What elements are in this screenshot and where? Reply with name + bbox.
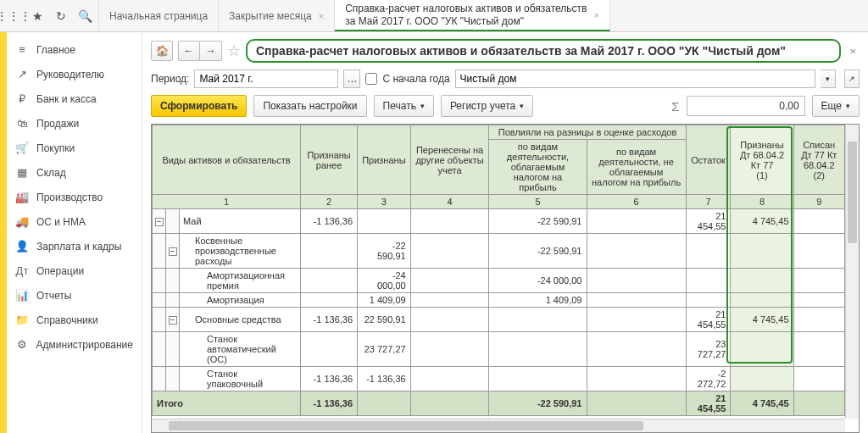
- sidebar-item-label: Продажи: [36, 118, 79, 130]
- tabbar-icon-group: ⋮⋮⋮ ★ ↻ 🔍: [0, 0, 99, 31]
- cell: [587, 209, 686, 234]
- from-start-checkbox[interactable]: [365, 73, 377, 85]
- tree-expander[interactable]: [153, 367, 166, 391]
- tree-expander[interactable]: [153, 269, 166, 293]
- tree-expander[interactable]: [153, 293, 166, 308]
- table-row[interactable]: Станок автоматический (ОС)23 727,2723 72…: [153, 332, 845, 367]
- cell: [410, 391, 489, 416]
- truck-icon: 🚚: [15, 215, 29, 228]
- sidebar-item-admin[interactable]: ⚙Администрирование: [7, 332, 142, 357]
- cell: [731, 332, 793, 367]
- sidebar-item-purchases[interactable]: 🛒Покупки: [7, 136, 142, 160]
- tree-expander[interactable]: [153, 234, 166, 269]
- cell: [358, 391, 411, 416]
- form-button[interactable]: Сформировать: [151, 95, 247, 117]
- cell: [731, 367, 793, 391]
- sidebar-item-salary[interactable]: 👤Зарплата и кадры: [7, 234, 142, 258]
- period-label: Период:: [151, 73, 189, 85]
- table-row[interactable]: −Косвенные производственные расходы-22 5…: [153, 234, 845, 269]
- organization-input[interactable]: [455, 69, 815, 88]
- vertical-scrollbar[interactable]: [845, 125, 859, 419]
- sigma-icon: Σ: [671, 99, 679, 114]
- tab-closing[interactable]: Закрытие месяца×: [219, 0, 335, 31]
- star-icon[interactable]: ★: [31, 9, 44, 23]
- registry-button[interactable]: Регистр учета▾: [441, 95, 533, 117]
- back-button[interactable]: ←: [178, 41, 200, 61]
- row-label: Основные средства: [180, 308, 301, 332]
- chevron-down-icon: ▾: [420, 102, 425, 110]
- tab-report[interactable]: Справка-расчет налоговых активов и обяза…: [335, 0, 610, 31]
- cell: [410, 332, 489, 367]
- horizontal-scrollbar[interactable]: [152, 419, 845, 432]
- cell: 23 727,27: [358, 332, 411, 367]
- cell: -22 590,91: [489, 209, 587, 234]
- cell: -1 136,36: [301, 391, 358, 416]
- table-totals-row: Итого-1 136,36-22 590,9121 454,554 745,4…: [153, 391, 845, 416]
- sidebar-item-manager[interactable]: ↗Руководителю: [7, 62, 142, 86]
- sidebar-item-operations[interactable]: ДтОперации: [7, 258, 142, 283]
- sidebar-item-bank[interactable]: ₽Банк и касса: [7, 86, 142, 111]
- cell: 22 590,91: [358, 308, 411, 332]
- factory-icon: 🏭: [15, 191, 29, 203]
- show-settings-button[interactable]: Показать настройки: [253, 95, 366, 117]
- apps-icon[interactable]: ⋮⋮⋮: [7, 9, 20, 23]
- tree-expander[interactable]: [166, 293, 180, 308]
- tree-expander[interactable]: −: [166, 308, 180, 332]
- home-button[interactable]: 🏠: [151, 41, 173, 61]
- cell: [410, 293, 489, 308]
- table-row[interactable]: Амортизация1 409,091 409,09: [153, 293, 845, 308]
- forward-button[interactable]: →: [200, 41, 222, 61]
- sidebar-item-production[interactable]: 🏭Производство: [7, 185, 142, 209]
- sidebar-item-catalogs[interactable]: 📁Справочники: [7, 308, 142, 332]
- col-num-8: 8: [731, 195, 793, 209]
- cell: 21 454,55: [686, 391, 731, 416]
- col-num-4: 4: [410, 195, 489, 209]
- tree-expander[interactable]: −: [166, 234, 180, 269]
- close-icon[interactable]: ×: [319, 11, 324, 21]
- sidebar-item-main[interactable]: ≡Главное: [7, 37, 142, 62]
- cell: [301, 332, 358, 367]
- cell: -2 272,72: [686, 367, 731, 391]
- tab-bar: ⋮⋮⋮ ★ ↻ 🔍 Начальная страница Закрытие ме…: [0, 0, 868, 32]
- dtct-icon: Дт: [15, 264, 29, 277]
- tree-expander[interactable]: [166, 367, 180, 391]
- cell: -24 000,00: [489, 269, 587, 293]
- close-page-icon[interactable]: ×: [846, 45, 860, 58]
- cell: -1 136,36: [301, 367, 358, 391]
- sidebar-item-reports[interactable]: 📊Отчеты: [7, 283, 142, 308]
- more-button[interactable]: Еще▾: [812, 95, 860, 117]
- cell: [686, 293, 731, 308]
- org-dropdown-button[interactable]: ▾: [821, 69, 836, 88]
- table-row[interactable]: Амортизационная премия-24 000,00-24 000,…: [153, 269, 845, 293]
- menu-icon: ≡: [15, 43, 29, 56]
- tree-expander[interactable]: [153, 332, 166, 367]
- col-header-recognized-before: Признаны ранее: [301, 125, 358, 195]
- sidebar-item-label: Администрирование: [36, 339, 133, 351]
- cell: [358, 209, 411, 234]
- close-icon[interactable]: ×: [593, 10, 598, 20]
- history-icon[interactable]: ↻: [54, 9, 68, 23]
- tree-expander[interactable]: [166, 332, 180, 367]
- tab-home[interactable]: Начальная страница: [99, 0, 219, 31]
- tree-expander[interactable]: [153, 308, 166, 332]
- favorite-star-icon[interactable]: ☆: [227, 42, 241, 60]
- col-header-recognized: Признаны: [358, 125, 411, 195]
- table-row[interactable]: −Основные средства-1 136,3622 590,9121 4…: [153, 308, 845, 332]
- sidebar-item-warehouse[interactable]: ▦Склад: [7, 160, 142, 185]
- table-row[interactable]: −Май-1 136,36-22 590,9121 454,554 745,45: [153, 209, 845, 234]
- sidebar-item-sales[interactable]: 🛍Продажи: [7, 111, 142, 136]
- cell: [489, 367, 587, 391]
- sidebar-item-label: Производство: [36, 192, 103, 203]
- period-input[interactable]: [194, 69, 338, 88]
- period-picker-button[interactable]: …: [343, 69, 360, 88]
- tree-expander[interactable]: [166, 209, 180, 234]
- org-open-button[interactable]: ↗: [844, 69, 860, 88]
- print-button[interactable]: Печать▾: [374, 95, 434, 117]
- table-row[interactable]: Станок упаковочный-1 136,36-1 136,36-2 2…: [153, 367, 845, 391]
- sidebar-item-label: Главное: [36, 44, 75, 56]
- sidebar-item-assets[interactable]: 🚚ОС и НМА: [7, 209, 142, 234]
- tree-expander[interactable]: −: [153, 209, 166, 234]
- cell: 4 745,45: [731, 308, 793, 332]
- search-icon[interactable]: 🔍: [78, 9, 92, 23]
- tree-expander[interactable]: [166, 269, 180, 293]
